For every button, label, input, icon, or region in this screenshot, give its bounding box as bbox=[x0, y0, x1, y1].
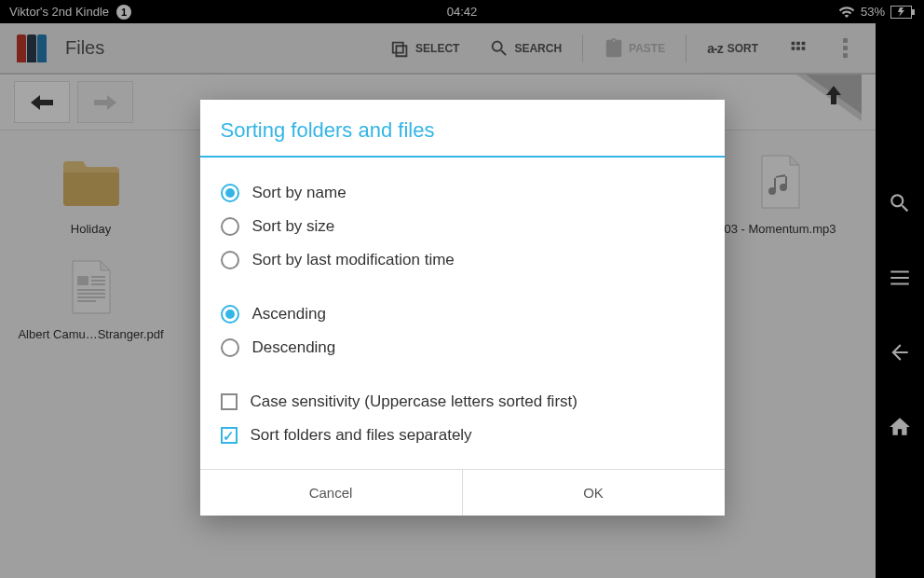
checkbox-label: Sort folders and files separately bbox=[251, 426, 472, 445]
radio-icon bbox=[221, 251, 239, 269]
radio-ascending[interactable]: Ascending bbox=[221, 297, 704, 331]
radio-sort-mtime[interactable]: Sort by last modification time bbox=[221, 243, 704, 277]
ok-button[interactable]: OK bbox=[462, 470, 725, 516]
radio-label: Sort by size bbox=[252, 217, 335, 236]
checkbox-icon bbox=[221, 393, 238, 410]
radio-sort-name[interactable]: Sort by name bbox=[221, 176, 704, 210]
radio-label: Descending bbox=[252, 338, 336, 357]
radio-icon bbox=[221, 305, 239, 323]
sort-options-group: Case sensitivity (Uppercase letters sort… bbox=[221, 385, 704, 452]
radio-icon bbox=[221, 338, 239, 357]
sort-dialog: Sorting folders and files Sort by name S… bbox=[200, 100, 725, 516]
cancel-button[interactable]: Cancel bbox=[200, 470, 462, 516]
radio-label: Ascending bbox=[252, 305, 326, 323]
dialog-title: Sorting folders and files bbox=[200, 100, 725, 156]
radio-sort-size[interactable]: Sort by size bbox=[221, 210, 704, 243]
checkbox-folders-separate[interactable]: Sort folders and files separately bbox=[221, 419, 704, 452]
radio-label: Sort by name bbox=[252, 184, 346, 202]
sort-by-group: Sort by name Sort by size Sort by last m… bbox=[221, 176, 704, 277]
radio-descending[interactable]: Descending bbox=[221, 331, 704, 365]
radio-label: Sort by last modification time bbox=[252, 251, 455, 269]
checkbox-label: Case sensitivity (Uppercase letters sort… bbox=[251, 392, 578, 411]
modal-overlay[interactable]: Sorting folders and files Sort by name S… bbox=[0, 0, 924, 578]
sort-direction-group: Ascending Descending bbox=[221, 297, 704, 365]
radio-icon bbox=[221, 184, 239, 202]
checkbox-case-sensitivity[interactable]: Case sensitivity (Uppercase letters sort… bbox=[221, 385, 704, 419]
checkbox-icon bbox=[221, 427, 238, 444]
radio-icon bbox=[221, 217, 239, 236]
